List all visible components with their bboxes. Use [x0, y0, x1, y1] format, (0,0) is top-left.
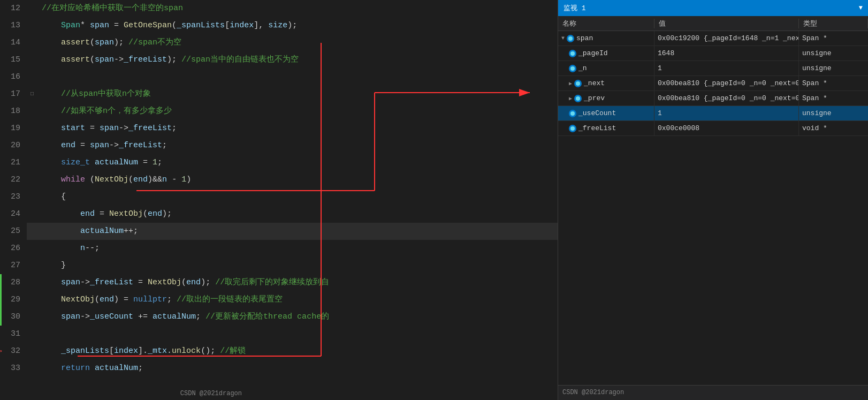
- watch-dot-icon: [567, 35, 574, 42]
- code-line-17: 17 □ //从span中获取n个对象: [0, 86, 558, 103]
- watch-table-header: 名称 值 类型: [558, 16, 868, 31]
- watch-row-value: 1: [654, 106, 799, 120]
- line-content: size_t actualNum = 1;: [37, 154, 558, 171]
- watch-var-name: _useCount: [578, 109, 616, 117]
- watch-row-span[interactable]: ▼ span 0x00c19200 {_pageId=1648 _n=1 _ne…: [558, 31, 868, 46]
- code-line-16: 16: [0, 69, 558, 86]
- watch-header-dropdown-icon[interactable]: ▼: [859, 4, 863, 12]
- watch-row-pageid[interactable]: _pageId 1648 unsigne: [558, 46, 868, 61]
- watch-var-name: _freeList: [578, 124, 616, 132]
- line-indicator: [27, 291, 37, 308]
- watch-row-value: 0x00c19200 {_pageId=1648 _n=1 _next=0x00…: [654, 31, 799, 46]
- line-indicator: [27, 137, 37, 154]
- line-indicator: [27, 171, 37, 188]
- line-number: 31: [0, 326, 27, 343]
- watch-row-type: Span *: [799, 31, 868, 46]
- line-content: n--;: [37, 240, 558, 257]
- line-content: assert(span); //span不为空: [37, 34, 558, 51]
- csdn-label-watch: CSDN @2021dragon: [558, 386, 868, 399]
- code-line-23: 23 {: [0, 188, 558, 206]
- line-indicator: [27, 188, 37, 206]
- line-number: 29: [0, 291, 27, 308]
- watch-panel: 监视 1 ▼ 名称 值 类型 ▼ span 0x00c19200 {_pageI…: [558, 0, 868, 400]
- line-content: actualNum++;: [37, 223, 558, 240]
- watch-row-freelist[interactable]: _freeList 0x00ce0008 void *: [558, 121, 868, 136]
- watch-row-n[interactable]: _n 1 unsigne: [558, 61, 868, 76]
- line-content: end = span->_freeList;: [37, 137, 558, 154]
- watch-var-name: _next: [584, 79, 605, 87]
- line-number: 13: [0, 17, 27, 34]
- watch-var-name: span: [576, 34, 593, 42]
- line-number: 17: [0, 86, 27, 103]
- watch-row-type: unsigne: [799, 46, 868, 61]
- watch-dot-icon: [569, 65, 576, 72]
- watch-row-type: Span *: [799, 91, 868, 105]
- code-line-29: 29 NextObj(end) = nullptr; //取出的一段链表的表尾置…: [0, 291, 558, 308]
- watch-row-next[interactable]: ▶ _next 0x00bea810 {_pageId=0 _n=0 _next…: [558, 76, 868, 91]
- watch-row-name: _pageId: [558, 46, 654, 61]
- line-indicator: [27, 120, 37, 137]
- watch-row-prev[interactable]: ▶ _prev 0x00bea810 {_pageId=0 _n=0 _next…: [558, 91, 868, 106]
- code-line-15: 15 assert(span->_freeList); //span当中的自由链…: [0, 51, 558, 69]
- watch-row-usecount[interactable]: _useCount 1 unsigne: [558, 106, 868, 121]
- line-content: start = span->_freeList;: [37, 120, 558, 137]
- code-line-28: 28 span->_freeList = NextObj(end); //取完后…: [0, 274, 558, 291]
- watch-row-value: 0x00bea810 {_pageId=0 _n=0 _next=0x00c19…: [654, 76, 799, 90]
- line-content: }: [37, 257, 558, 274]
- line-indicator: [27, 223, 37, 240]
- line-content: Span* span = GetOneSpan(_spanLists[index…: [37, 17, 558, 34]
- line-content: return actualNum;: [37, 360, 558, 377]
- expand-icon[interactable]: ▶: [569, 95, 572, 102]
- code-line-14: 14 assert(span); //span不为空: [0, 34, 558, 51]
- line-indicator: [27, 0, 37, 17]
- watch-row-value: 0x00bea810 {_pageId=0 _n=0 _next=0x00c19…: [654, 91, 799, 105]
- csdn-watermark: CSDN @2021dragon: [180, 390, 242, 397]
- watch-panel-header: 监视 1 ▼: [558, 0, 868, 16]
- line-number: 23: [0, 188, 27, 206]
- line-content: span->_freeList = NextObj(end); //取完后剩下的…: [37, 274, 558, 291]
- line-content: _spanLists[index]._mtx.unlock(); //解锁: [37, 343, 558, 360]
- line-indicator: [27, 17, 37, 34]
- watch-row-type: void *: [799, 121, 868, 135]
- expand-icon[interactable]: ▶: [569, 80, 572, 87]
- line-content: [37, 326, 558, 343]
- line-content: {: [37, 188, 558, 206]
- watch-dot-icon: [569, 50, 576, 57]
- code-line-33: 33 return actualNum;: [0, 360, 558, 377]
- code-lines: 12 //在对应哈希桶中获取一个非空的span 13 Span* span = …: [0, 0, 558, 377]
- line-number: 18: [0, 103, 27, 120]
- watch-row-value: 1: [654, 61, 799, 76]
- code-line-30: 30 span->_useCount += actualNum; //更新被分配…: [0, 308, 558, 326]
- line-number: 20: [0, 137, 27, 154]
- watch-dot-icon: [569, 110, 576, 117]
- line-content: span->_useCount += actualNum; //更新被分配给th…: [37, 308, 558, 326]
- line-content: while (NextObj(end)&&n - 1): [37, 171, 558, 188]
- comment-text: //在对应哈希桶中获取一个非空的span: [42, 0, 183, 17]
- watch-row-name: _freeList: [558, 121, 654, 135]
- code-line-22: 22 while (NextObj(end)&&n - 1): [0, 171, 558, 188]
- line-number: 24: [0, 206, 27, 223]
- line-number: 30: [0, 308, 27, 326]
- line-indicator: □: [27, 86, 37, 103]
- watch-row-value: 0x00ce0008: [654, 121, 799, 135]
- line-number: 16: [0, 69, 27, 86]
- line-indicator: [27, 343, 37, 360]
- watch-col-value-header: 值: [654, 19, 799, 28]
- fold-icon[interactable]: □: [31, 86, 34, 103]
- line-number: 21: [0, 154, 27, 171]
- code-line-18: 18 //如果不够n个，有多少拿多少: [0, 103, 558, 120]
- line-content: [37, 69, 558, 86]
- expand-icon[interactable]: ▼: [561, 35, 565, 41]
- watch-row-type: unsigne: [799, 61, 868, 76]
- watch-rows: ▼ span 0x00c19200 {_pageId=1648 _n=1 _ne…: [558, 31, 868, 385]
- code-line-24: 24 end = NextObj(end);: [0, 206, 558, 223]
- watch-row-name: ▶ _next: [558, 76, 654, 90]
- watch-var-name: _prev: [584, 94, 605, 102]
- line-indicator: [27, 360, 37, 377]
- line-content: //如果不够n个，有多少拿多少: [37, 103, 558, 120]
- line-content: //从span中获取n个对象: [37, 86, 558, 103]
- watch-row-name: _n: [558, 61, 654, 76]
- line-number: 33: [0, 360, 27, 377]
- code-line-32: 32 → _spanLists[index]._mtx.unlock(); //…: [0, 343, 558, 360]
- line-number: 25: [0, 223, 27, 240]
